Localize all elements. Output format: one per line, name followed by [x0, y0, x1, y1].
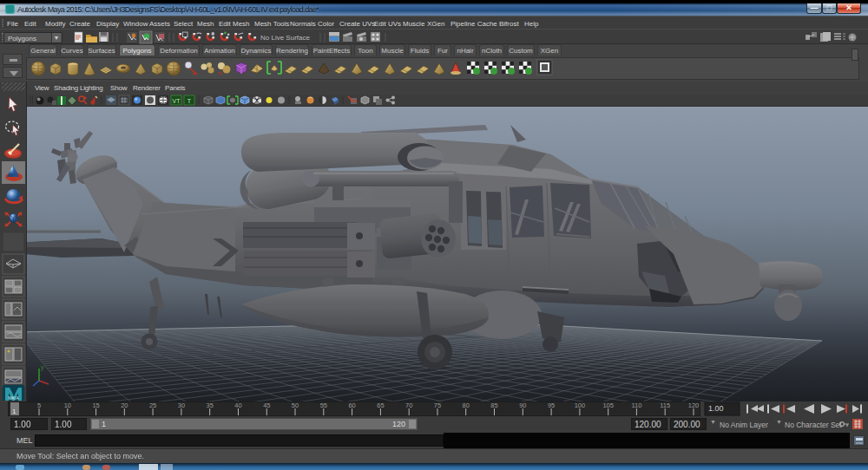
- svg-text:85: 85: [490, 401, 497, 409]
- svg-text:10: 10: [64, 401, 71, 409]
- svg-text:VT: VT: [173, 98, 181, 104]
- svg-text:75: 75: [434, 401, 441, 409]
- svg-text:45: 45: [263, 401, 270, 409]
- svg-text:100: 100: [575, 401, 586, 409]
- svg-text:25: 25: [149, 401, 156, 409]
- svg-text:65: 65: [377, 401, 384, 409]
- svg-text:120: 120: [688, 401, 700, 409]
- svg-text:90: 90: [519, 401, 526, 409]
- svg-text:110: 110: [631, 401, 641, 409]
- svg-text:95: 95: [548, 401, 555, 409]
- svg-text:y: y: [41, 364, 44, 371]
- svg-text:40: 40: [234, 401, 241, 409]
- svg-text:1.00: 1.00: [708, 404, 724, 413]
- svg-text:MAYA: MAYA: [8, 396, 18, 401]
- svg-text:115: 115: [660, 401, 670, 409]
- svg-text:80: 80: [463, 401, 470, 409]
- svg-text:T: T: [187, 98, 192, 104]
- svg-text:60: 60: [348, 401, 355, 409]
- svg-text:5: 5: [37, 401, 41, 409]
- svg-text:20: 20: [121, 401, 128, 409]
- svg-text:1: 1: [12, 408, 16, 415]
- svg-text:70: 70: [405, 401, 412, 409]
- svg-text:105: 105: [602, 401, 614, 409]
- svg-text:35: 35: [207, 401, 214, 409]
- svg-text:55: 55: [320, 401, 327, 409]
- svg-text:30: 30: [178, 401, 185, 409]
- svg-text:No Live Surface: No Live Surface: [260, 34, 310, 42]
- svg-text:15: 15: [92, 401, 99, 409]
- svg-text:50: 50: [292, 401, 299, 409]
